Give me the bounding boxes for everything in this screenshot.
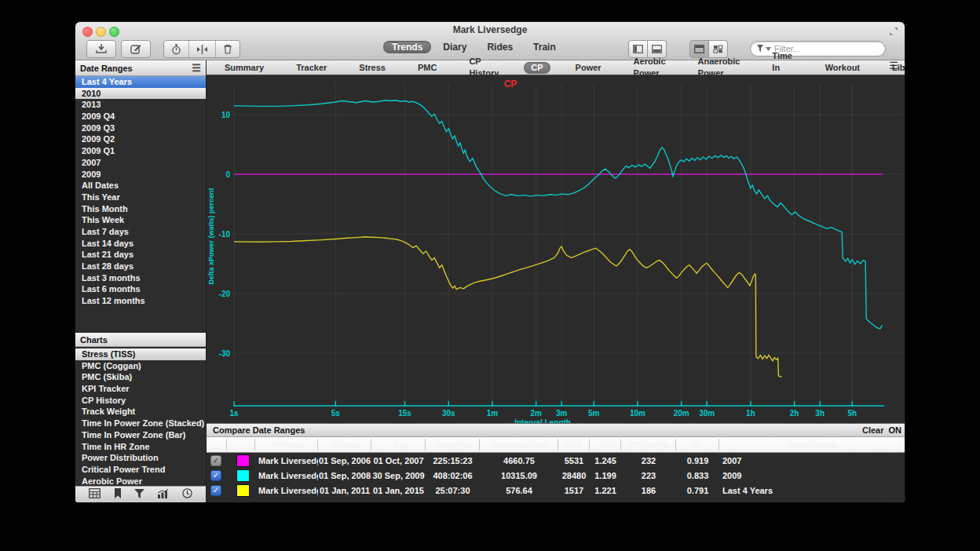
cell-np: 232 (621, 456, 676, 465)
column-header-distance-km[interactable]: Distance (km) (480, 439, 558, 451)
view-tab-train[interactable]: Train (525, 41, 565, 53)
sidebar-item-2010[interactable]: 2010 (75, 88, 206, 100)
chart-item-pmc-coggan[interactable]: PMC (Coggan) (75, 360, 206, 372)
tab-tracker[interactable]: Tracker (289, 62, 334, 74)
chart-item-power-distribution[interactable]: Power Distribution (75, 452, 206, 464)
sidebar-item-last-28-days[interactable]: Last 28 days (75, 261, 206, 272)
sidebar-item-last-14-days[interactable]: Last 14 days (75, 238, 206, 250)
compare-clear-button[interactable]: Clear (862, 425, 884, 435)
tab-workout[interactable]: Workout (818, 62, 867, 74)
sidebar-item-2009-q3[interactable]: 2009 Q3 (75, 122, 206, 134)
column-header-1[interactable] (227, 439, 255, 451)
chart-item-time-in-power-zone-bar[interactable]: Time In Power Zone (Bar) (75, 429, 206, 441)
chart-item-kpi-tracker[interactable]: KPI Tracker (75, 383, 206, 395)
column-header-tss[interactable]: TSS (558, 439, 590, 451)
charts-header: Charts (75, 333, 206, 347)
compare-table-body: ✓Mark Liversedge01 Sep, 200601 Oct, 2007… (207, 453, 905, 498)
chart-item-stress-tiss[interactable]: Stress (TISS) (75, 348, 206, 360)
compare-row-last-4-years[interactable]: ✓Mark Liversedge01 Jan, 201101 Jan, 2015… (207, 483, 905, 498)
date-ranges-menu-icon[interactable]: ☰ (192, 64, 201, 72)
cell-to: 30 Sep, 2009 (371, 471, 426, 480)
funnel-icon[interactable] (134, 487, 144, 502)
sidebar-item-last-7-days[interactable]: Last 7 days (75, 226, 206, 238)
column-header-duration[interactable]: Duration (426, 439, 480, 451)
cp-chart[interactable]: 100-10-20-301s5s15s30s1m2m3m5m10m20m30m1… (207, 75, 905, 423)
column-header-vi[interactable]: VI (590, 439, 621, 451)
compare-row-2007[interactable]: ✓Mark Liversedge01 Sep, 200601 Oct, 2007… (207, 453, 905, 468)
cell-np: 186 (621, 486, 676, 495)
cell-distance: 10315.09 (480, 471, 558, 480)
chart-item-time-in-power-zone-stacked[interactable]: Time In Power Zone (Stacked) (75, 418, 206, 429)
sidebar-item-last-4-years[interactable]: Last 4 Years (75, 76, 206, 88)
column-header-to[interactable]: To (371, 439, 426, 451)
sidebar-item-last-3-months[interactable]: Last 3 months (75, 272, 206, 284)
clock-icon[interactable] (182, 487, 192, 502)
tabbar-menu-icon[interactable]: ☰ (889, 62, 898, 70)
compare-table-header: AthleteFromToDurationDistance (km)TSSVIN… (207, 437, 905, 453)
sidebar-item-2009-q1[interactable]: 2009 Q1 (75, 145, 206, 157)
sidebar: Date Ranges ☰ Last 4 Years201020132009 Q… (75, 60, 207, 502)
cell-tss: 1517 (558, 486, 590, 495)
trash-icon (223, 44, 232, 54)
view-tab-rides[interactable]: Rides (478, 41, 521, 53)
y-tick-label: -20 (219, 290, 231, 298)
row-checkbox[interactable]: ✓ (210, 470, 221, 481)
sidebar-item-last-12-months[interactable]: Last 12 months (75, 295, 206, 307)
stopwatch-icon (171, 44, 181, 55)
chart-item-time-in-hr-zone[interactable]: Time In HR Zone (75, 441, 206, 453)
column-header-athlete[interactable]: Athlete (255, 439, 318, 451)
activity-button-group (163, 40, 240, 58)
x-tick-label: 30s (442, 409, 455, 418)
panel-left-icon (633, 45, 643, 53)
compare-row-2009[interactable]: ✓Mark Liversedge01 Sep, 200830 Sep, 2009… (207, 468, 905, 483)
bookmark-icon[interactable] (114, 487, 122, 502)
view-tab-diary[interactable]: Diary (434, 41, 475, 53)
chart-item-pmc-skiba[interactable]: PMC (Skiba) (75, 371, 206, 383)
edit-button[interactable] (121, 40, 151, 58)
x-tick-label: 20m (674, 409, 689, 418)
cell-distance: 4660.75 (480, 456, 558, 465)
compare-on-toggle[interactable]: ON (889, 425, 902, 435)
chart-item-track-weight[interactable]: Track Weight (75, 406, 206, 418)
row-checkbox[interactable]: ✓ (210, 455, 221, 466)
sidebar-item-2009-q4[interactable]: 2009 Q4 (75, 111, 206, 122)
sidebar-item-last-21-days[interactable]: Last 21 days (75, 249, 206, 261)
title-bar[interactable]: Mark Liversedge (75, 22, 905, 38)
table-icon[interactable] (89, 487, 101, 502)
sidebar-item-2007[interactable]: 2007 (75, 157, 206, 169)
sidebar-item-2009-q2[interactable]: 2009 Q2 (75, 133, 206, 145)
column-header-if[interactable]: IF (676, 439, 719, 451)
column-header-0[interactable] (207, 439, 227, 451)
cell-if: 0.833 (676, 471, 719, 480)
column-header-from[interactable]: From (318, 439, 371, 451)
sidebar-item-this-week[interactable]: This Week (75, 214, 206, 226)
sidebar-item-2009[interactable]: 2009 (75, 169, 206, 181)
chart-item-cp-history[interactable]: CP History (75, 395, 206, 407)
chart-bars-icon[interactable] (158, 487, 169, 502)
sidebar-item-2013[interactable]: 2013 (75, 99, 206, 111)
charts-header-label: Charts (80, 335, 108, 345)
column-header-date-range[interactable]: Date Range (719, 439, 905, 451)
split-icon (196, 45, 208, 54)
sidebar-item-this-year[interactable]: This Year (75, 192, 206, 203)
import-button[interactable] (86, 40, 116, 58)
stopwatch-button[interactable] (164, 41, 188, 57)
chart-item-critical-power-trend[interactable]: Critical Power Trend (75, 464, 206, 476)
tab-pmc[interactable]: PMC (411, 62, 444, 74)
split-button[interactable] (188, 41, 215, 57)
row-checkbox[interactable]: ✓ (210, 485, 221, 496)
cell-range: 2009 (719, 471, 905, 480)
view-tab-trends[interactable]: Trends (383, 41, 431, 53)
tab-summary[interactable]: Summary (218, 62, 271, 74)
sidebar-item-this-month[interactable]: This Month (75, 203, 206, 215)
tab-stress[interactable]: Stress (352, 62, 393, 74)
column-header-np-watts[interactable]: NP (watts) (621, 439, 676, 451)
sidebar-item-last-6-months[interactable]: Last 6 months (75, 283, 206, 295)
sidebar-item-all-dates[interactable]: All Dates (75, 180, 206, 192)
main-panel: SummaryTrackerStressPMCCP HistoryCPPower… (207, 60, 905, 502)
tab-cp[interactable]: CP (524, 62, 550, 74)
delete-button[interactable] (215, 41, 240, 57)
fullscreen-icon[interactable] (889, 25, 898, 39)
x-tick-label: 5m (588, 409, 600, 418)
tab-power[interactable]: Power (569, 62, 609, 74)
